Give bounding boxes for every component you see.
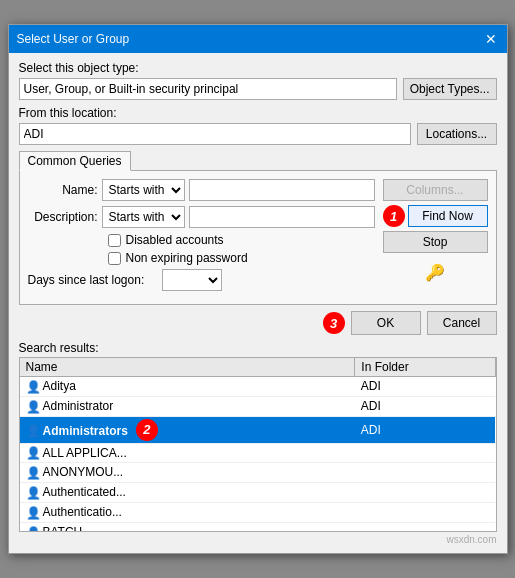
tab-right-area: Name: Starts with Description: Starts wi… bbox=[28, 179, 488, 296]
table-row[interactable]: 👤BATCH bbox=[20, 522, 496, 532]
cell-folder bbox=[355, 503, 495, 523]
object-type-label: Select this object type: bbox=[19, 61, 497, 75]
select-user-dialog: Select User or Group ✕ Select this objec… bbox=[8, 24, 508, 554]
col-name-header: Name bbox=[20, 358, 355, 377]
search-results-label: Search results: bbox=[19, 341, 497, 355]
cell-folder: ADI bbox=[355, 416, 495, 443]
user-icon: 👤 bbox=[26, 424, 40, 438]
location-label: From this location: bbox=[19, 106, 497, 120]
disabled-accounts-label: Disabled accounts bbox=[126, 233, 224, 247]
table-row[interactable]: 👤ANONYMOU... bbox=[20, 463, 496, 483]
description-dropdown[interactable]: Starts with bbox=[102, 206, 185, 228]
location-row: Locations... bbox=[19, 123, 497, 145]
user-icon: 👤 bbox=[26, 466, 40, 480]
days-logon-row: Days since last logon: bbox=[28, 269, 375, 291]
table-header-row: Name In Folder bbox=[20, 358, 496, 377]
object-type-input[interactable] bbox=[19, 78, 397, 100]
disabled-accounts-checkbox[interactable] bbox=[108, 234, 121, 247]
col-folder-header: In Folder bbox=[355, 358, 495, 377]
table-row[interactable]: 👤Authenticatio... bbox=[20, 503, 496, 523]
cell-folder bbox=[355, 483, 495, 503]
title-bar: Select User or Group ✕ bbox=[9, 25, 507, 53]
object-types-button[interactable]: Object Types... bbox=[403, 78, 497, 100]
right-buttons-panel: Columns... 1 Find Now Stop 🔑 bbox=[383, 179, 488, 282]
find-now-step: 1 Find Now bbox=[383, 205, 488, 227]
table-row[interactable]: 👤AdityaADI bbox=[20, 377, 496, 397]
table-row[interactable]: 👤AdministratorADI bbox=[20, 396, 496, 416]
cell-folder: ADI bbox=[355, 396, 495, 416]
non-expiring-label: Non expiring password bbox=[126, 251, 248, 265]
description-row: Description: Starts with bbox=[28, 206, 375, 228]
name-label: Name: bbox=[28, 183, 98, 197]
locations-button[interactable]: Locations... bbox=[417, 123, 497, 145]
results-table-wrapper[interactable]: Name In Folder 👤AdityaADI👤AdministratorA… bbox=[19, 357, 497, 532]
dialog-title: Select User or Group bbox=[17, 32, 130, 46]
user-icon: 👤 bbox=[26, 380, 40, 394]
disabled-accounts-row: Disabled accounts bbox=[108, 233, 375, 247]
ok-button[interactable]: OK bbox=[351, 311, 421, 335]
object-type-row: Object Types... bbox=[19, 78, 497, 100]
cell-folder bbox=[355, 443, 495, 463]
tab-common-queries[interactable]: Common Queries bbox=[19, 151, 131, 171]
non-expiring-checkbox[interactable] bbox=[108, 252, 121, 265]
step1-badge: 1 bbox=[383, 205, 405, 227]
name-dropdown[interactable]: Starts with bbox=[102, 179, 185, 201]
cell-name: 👤Administrators2 bbox=[20, 416, 355, 443]
cell-folder bbox=[355, 463, 495, 483]
cell-name: 👤BATCH bbox=[20, 522, 355, 532]
cell-name: 👤Authenticated... bbox=[20, 483, 355, 503]
tab-content: Name: Starts with Description: Starts wi… bbox=[19, 170, 497, 305]
cell-name: 👤Authenticatio... bbox=[20, 503, 355, 523]
days-logon-dropdown[interactable] bbox=[162, 269, 222, 291]
cell-folder bbox=[355, 522, 495, 532]
table-row[interactable]: 👤Administrators2ADI bbox=[20, 416, 496, 443]
cell-name: 👤ANONYMOU... bbox=[20, 463, 355, 483]
key-icon: 🔑 bbox=[383, 263, 488, 282]
non-expiring-row: Non expiring password bbox=[108, 251, 375, 265]
ok-cancel-row: 3 OK Cancel bbox=[19, 311, 497, 335]
cell-name: 👤Aditya bbox=[20, 377, 355, 397]
name-input[interactable] bbox=[189, 179, 375, 201]
days-logon-label: Days since last logon: bbox=[28, 273, 158, 287]
cancel-button[interactable]: Cancel bbox=[427, 311, 497, 335]
user-icon: 👤 bbox=[26, 506, 40, 520]
tab-wrapper: Common Queries Name: Starts with bbox=[19, 151, 497, 305]
stop-button[interactable]: Stop bbox=[383, 231, 488, 253]
columns-button[interactable]: Columns... bbox=[383, 179, 488, 201]
cell-folder: ADI bbox=[355, 377, 495, 397]
results-table: Name In Folder 👤AdityaADI👤AdministratorA… bbox=[20, 358, 496, 532]
find-now-button[interactable]: Find Now bbox=[408, 205, 488, 227]
step3-badge: 3 bbox=[323, 312, 345, 334]
user-icon: 👤 bbox=[26, 446, 40, 460]
step2-badge: 2 bbox=[136, 419, 158, 441]
cell-name: 👤Administrator bbox=[20, 396, 355, 416]
description-input[interactable] bbox=[189, 206, 375, 228]
table-row[interactable]: 👤Authenticated... bbox=[20, 483, 496, 503]
user-icon: 👤 bbox=[26, 400, 40, 414]
name-row: Name: Starts with bbox=[28, 179, 375, 201]
close-button[interactable]: ✕ bbox=[483, 31, 499, 47]
user-icon: 👤 bbox=[26, 526, 40, 532]
location-input[interactable] bbox=[19, 123, 411, 145]
results-area: Name In Folder 👤AdityaADI👤AdministratorA… bbox=[19, 357, 497, 532]
tab-form-area: Name: Starts with Description: Starts wi… bbox=[28, 179, 375, 296]
cell-name: 👤ALL APPLICA... bbox=[20, 443, 355, 463]
table-row[interactable]: 👤ALL APPLICA... bbox=[20, 443, 496, 463]
watermark: wsxdn.com bbox=[19, 534, 497, 545]
dialog-body: Select this object type: Object Types...… bbox=[9, 53, 507, 553]
description-label: Description: bbox=[28, 210, 98, 224]
user-icon: 👤 bbox=[26, 486, 40, 500]
